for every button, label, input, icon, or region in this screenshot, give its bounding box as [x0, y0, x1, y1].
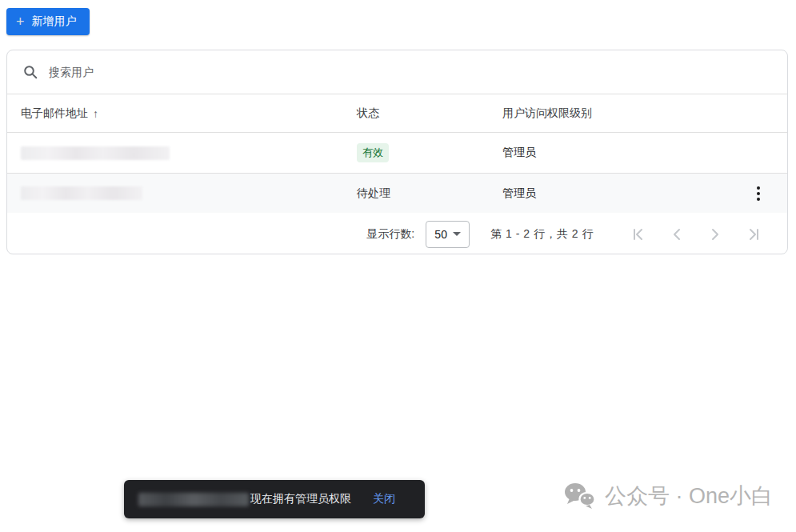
column-header-status: 状态 [357, 106, 502, 121]
snackbar: 现在拥有管理员权限 关闭 [124, 480, 425, 518]
first-page-icon [630, 226, 646, 242]
add-user-button[interactable]: + 新增用户 [6, 8, 90, 35]
rows-per-page-select[interactable]: 50 [426, 221, 470, 248]
pagination-bar: 显示行数: 50 第 1 - 2 行，共 2 行 [7, 213, 787, 254]
status-text: 待处理 [357, 186, 390, 199]
search-icon [23, 65, 38, 79]
column-header-email[interactable]: 电子邮件地址 ↑ [21, 106, 357, 121]
watermark-text: 公众号 · One小白 [605, 482, 773, 510]
rows-per-page-label: 显示行数: [366, 227, 414, 242]
row-actions-menu-button[interactable] [742, 178, 774, 210]
column-header-access: 用户访问权限级别 [502, 106, 738, 121]
wechat-icon [564, 482, 596, 510]
users-panel: 电子邮件地址 ↑ 状态 用户访问权限级别 有效 管理员 待处理 管理员 显示行数… [6, 50, 788, 254]
column-header-status-label: 状态 [357, 106, 379, 121]
column-header-access-label: 用户访问权限级别 [502, 106, 592, 121]
table-row[interactable]: 待处理 管理员 [7, 173, 787, 213]
pager-nav [619, 218, 773, 250]
snackbar-message: 现在拥有管理员权限 [250, 492, 351, 506]
pagination-range-label: 第 1 - 2 行，共 2 行 [490, 227, 594, 242]
watermark: 公众号 · One小白 [564, 482, 773, 510]
status-badge: 有效 [357, 143, 389, 162]
access-level-value: 管理员 [502, 186, 738, 201]
next-page-button[interactable] [696, 218, 734, 250]
snackbar-dismiss-button[interactable]: 关闭 [373, 492, 395, 506]
kebab-icon [757, 186, 760, 190]
previous-page-button[interactable] [658, 218, 696, 250]
chevron-left-icon [669, 226, 685, 242]
chevron-right-icon [707, 226, 723, 242]
first-page-button[interactable] [619, 218, 658, 250]
redacted-email [138, 493, 249, 506]
search-bar [7, 50, 787, 94]
add-user-button-label: 新增用户 [32, 14, 77, 29]
last-page-button[interactable] [734, 218, 773, 250]
plus-icon: + [16, 14, 25, 29]
column-header-email-label: 电子邮件地址 [21, 106, 88, 121]
access-level-value: 管理员 [502, 146, 738, 160]
table-header: 电子邮件地址 ↑ 状态 用户访问权限级别 [7, 94, 787, 133]
last-page-icon [746, 226, 762, 242]
redacted-email [21, 186, 142, 200]
table-row[interactable]: 有效 管理员 [7, 133, 787, 173]
chevron-down-icon [453, 232, 461, 236]
rows-per-page-value: 50 [434, 228, 447, 241]
sort-ascending-icon: ↑ [93, 107, 98, 120]
search-input[interactable] [49, 66, 771, 78]
redacted-email [21, 146, 170, 160]
